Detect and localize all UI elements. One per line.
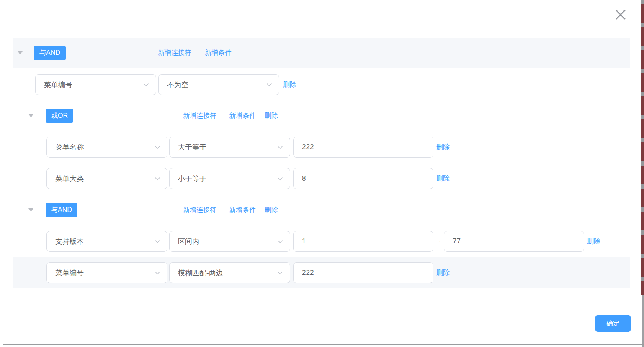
operator-select-value: 不为空 (167, 80, 188, 90)
value-input[interactable] (293, 168, 433, 189)
chevron-down-icon (266, 83, 272, 87)
operator-select-value: 区间内 (178, 237, 199, 246)
delete-connector-link[interactable]: 删除 (265, 111, 278, 120)
delete-condition-link[interactable]: 删除 (283, 80, 296, 89)
connector-row-highlight (13, 38, 630, 68)
delete-condition-link[interactable]: 删除 (436, 268, 450, 277)
add-connector-link[interactable]: 新增连接符 (183, 111, 216, 120)
operator-select-value: 小于等于 (178, 174, 206, 184)
add-condition-link[interactable]: 新增条件 (229, 111, 256, 120)
field-select-value: 菜单编号 (44, 80, 72, 90)
confirm-button[interactable]: 确定 (595, 315, 631, 332)
connector-badge[interactable]: 与AND (46, 203, 77, 217)
chevron-down-icon (277, 177, 283, 181)
field-select[interactable]: 菜单编号 (35, 74, 156, 95)
condition-row-range: 支持版本 区间内 ~ 删除 (0, 231, 644, 252)
connector-row-root: 与AND 新增连接符 新增条件 (0, 38, 644, 68)
value-input[interactable] (293, 262, 433, 283)
delete-condition-link[interactable]: 删除 (436, 174, 450, 183)
connector-badge[interactable]: 或OR (46, 109, 73, 123)
operator-select[interactable]: 区间内 (169, 231, 290, 252)
operator-select-value: 大于等于 (178, 142, 206, 152)
close-button[interactable] (611, 5, 630, 24)
field-select-value: 菜单大类 (55, 174, 84, 184)
chevron-down-icon (277, 271, 283, 275)
field-select-value: 支持版本 (55, 237, 84, 246)
chevron-down-icon (155, 177, 160, 181)
value-input[interactable] (293, 137, 433, 158)
condition-row: 菜单大类 小于等于 删除 (0, 168, 644, 189)
delete-condition-link[interactable]: 删除 (436, 142, 450, 152)
field-select[interactable]: 菜单编号 (46, 262, 167, 283)
operator-select-value: 模糊匹配-两边 (178, 268, 223, 278)
expand-caret-icon[interactable] (28, 114, 33, 117)
add-connector-link[interactable]: 新增连接符 (158, 48, 191, 57)
field-select-value: 菜单编号 (55, 268, 84, 278)
add-connector-link[interactable]: 新增连接符 (183, 205, 216, 215)
condition-row: 菜单名称 大于等于 删除 (0, 137, 644, 158)
range-start-input[interactable] (293, 231, 433, 252)
chevron-down-icon (155, 271, 160, 275)
field-select-value: 菜单名称 (55, 142, 84, 152)
chevron-down-icon (143, 83, 149, 87)
chevron-down-icon (155, 240, 160, 243)
connector-row-or: 或OR 新增连接符 新增条件 删除 (0, 105, 644, 127)
chevron-down-icon (277, 240, 283, 243)
range-separator: ~ (435, 236, 444, 247)
operator-select[interactable]: 大于等于 (169, 137, 290, 158)
field-select[interactable]: 支持版本 (46, 231, 167, 252)
expand-caret-icon[interactable] (28, 208, 33, 212)
condition-row: 菜单编号 模糊匹配-两边 删除 (0, 257, 644, 288)
close-icon (613, 8, 628, 22)
connector-badge[interactable]: 与AND (34, 46, 66, 60)
operator-select[interactable]: 小于等于 (169, 168, 290, 189)
operator-select[interactable]: 不为空 (158, 74, 279, 95)
condition-row: 菜单编号 不为空 删除 (0, 74, 644, 95)
add-condition-link[interactable]: 新增条件 (205, 48, 232, 57)
right-edge-stripe (641, 0, 644, 295)
delete-condition-link[interactable]: 删除 (587, 237, 600, 246)
operator-select[interactable]: 模糊匹配-两边 (169, 262, 290, 283)
bottom-edge-line (3, 344, 644, 345)
add-condition-link[interactable]: 新增条件 (229, 205, 256, 215)
chevron-down-icon (155, 145, 160, 149)
field-select[interactable]: 菜单名称 (46, 137, 167, 158)
range-end-input[interactable] (444, 231, 584, 252)
connector-row-and: 与AND 新增连接符 新增条件 删除 (0, 199, 644, 221)
right-edge-line (642, 295, 644, 347)
chevron-down-icon (277, 145, 283, 149)
field-select[interactable]: 菜单大类 (46, 168, 167, 189)
expand-caret-icon[interactable] (18, 51, 23, 54)
filter-condition-dialog: 与AND 新增连接符 新增条件 菜单编号 不为空 删除 或OR 新增连接符 新增… (0, 0, 644, 347)
delete-connector-link[interactable]: 删除 (265, 205, 278, 215)
